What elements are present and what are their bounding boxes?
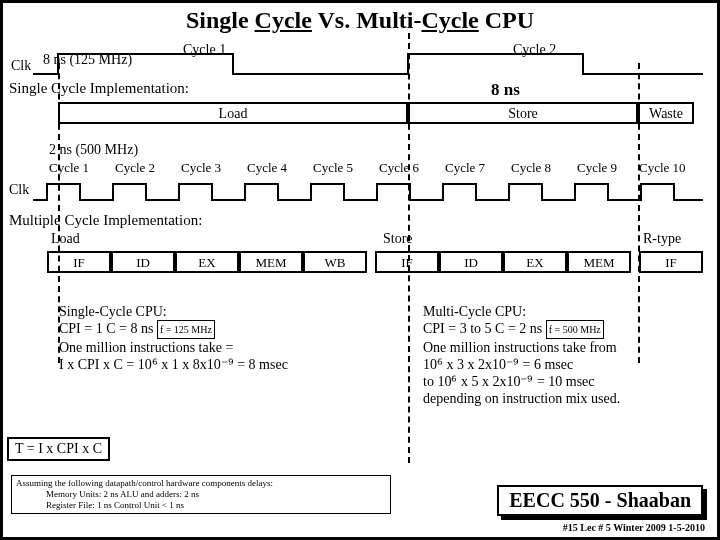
assumptions-box: Assuming the following datapath/control …	[11, 475, 391, 514]
load-header: Load	[51, 231, 80, 247]
single-cycle-clock-row: Clk 8 ns (125 MHz) Cycle 1 Cycle 2	[3, 36, 717, 80]
eight-ns-label: 8 ns	[491, 80, 520, 100]
calc-multi: Multi-Cycle CPU: CPI = 3 to 5 C = 2 ns f…	[423, 303, 713, 407]
multi-impl-label: Multiple Cycle Implementation:	[9, 212, 717, 229]
cycle-label: Cycle 8	[511, 160, 551, 176]
multi-stage-row: IF ID EX MEM WB IF ID EX MEM IF	[3, 251, 717, 275]
calc-single: Single-Cycle CPU: CPI = 1 C = 8 ns f = 1…	[59, 303, 399, 373]
calc-line: One million instructions take =	[59, 339, 399, 356]
multi-cycle-labels: 2 ns (500 MHz) Cycle 1 Cycle 2 Cycle 3 C…	[3, 142, 717, 178]
single-impl-row: Single Cycle Implementation: 8 ns	[3, 80, 717, 100]
freq-box: f = 500 MHz	[546, 320, 604, 339]
calc-line: 10⁶ x 3 x 2x10⁻⁹ = 6 msec	[423, 356, 713, 373]
calc-line: to 10⁶ x 5 x 2x10⁻⁹ = 10 msec	[423, 373, 713, 390]
calc-line: CPI = 1 C = 8 ns f = 125 MHz	[59, 320, 399, 339]
slide-footer: #15 Lec # 5 Winter 2009 1-5-2010	[563, 522, 705, 533]
rtype-header: R-type	[643, 231, 681, 247]
stage-cell: ID	[439, 251, 503, 273]
slide-title: Single Cycle Vs. Multi-Cycle CPU	[3, 7, 717, 34]
stage-cell: IF	[375, 251, 439, 273]
store-box: Store	[408, 102, 638, 124]
assume-line: Memory Units: 2 ns ALU and adders: 2 ns	[16, 489, 386, 500]
assume-line: Register File: 1 ns Control Unit < 1 ns	[16, 500, 386, 511]
cycle-label: Cycle 5	[313, 160, 353, 176]
calc-heading: Multi-Cycle CPU:	[423, 303, 713, 320]
cycle-label: Cycle 4	[247, 160, 287, 176]
calc-line: depending on instruction mix used.	[423, 390, 713, 407]
cycle-label: Cycle 1	[49, 160, 89, 176]
calc-line: CPI = 3 to 5 C = 2 ns f = 500 MHz	[423, 320, 713, 339]
stage-cell: EX	[503, 251, 567, 273]
single-instr-row: Load Store Waste	[3, 102, 717, 128]
period2-label: 2 ns (500 MHz)	[49, 142, 138, 158]
store-header: Store	[383, 231, 413, 247]
stage-cell: WB	[303, 251, 367, 273]
cycle-label: Cycle 10	[639, 160, 686, 176]
cycle-label: Cycle 6	[379, 160, 419, 176]
stage-cell: MEM	[239, 251, 303, 273]
stage-cell: ID	[111, 251, 175, 273]
calc-line: I x CPI x C = 10⁶ x 1 x 8x10⁻⁹ = 8 msec	[59, 356, 399, 373]
cycle-label: Cycle 3	[181, 160, 221, 176]
calc-heading: Single-Cycle CPU:	[59, 303, 399, 320]
cycle-label: Cycle 2	[115, 160, 155, 176]
stage-cell: MEM	[567, 251, 631, 273]
stage-cell: EX	[175, 251, 239, 273]
load-box: Load	[58, 102, 408, 124]
assume-line: Assuming the following datapath/control …	[16, 478, 386, 489]
waste-box: Waste	[638, 102, 694, 124]
multi-clock-row: Clk	[3, 178, 717, 206]
formula-box: T = I x CPI x C	[7, 437, 110, 461]
stage-cell: IF	[47, 251, 111, 273]
course-badge: EECC 550 - Shaaban	[497, 485, 703, 516]
cycle-label: Cycle 9	[577, 160, 617, 176]
cycle-label: Cycle 7	[445, 160, 485, 176]
stage-cell: IF	[639, 251, 703, 273]
slide: Single Cycle Vs. Multi-Cycle CPU Clk 8 n…	[0, 0, 720, 540]
single-impl-label: Single Cycle Implementation:	[9, 80, 189, 97]
multi-headers: Load Store R-type	[3, 231, 717, 251]
freq-box: f = 125 MHz	[157, 320, 215, 339]
calc-line: One million instructions take from	[423, 339, 713, 356]
